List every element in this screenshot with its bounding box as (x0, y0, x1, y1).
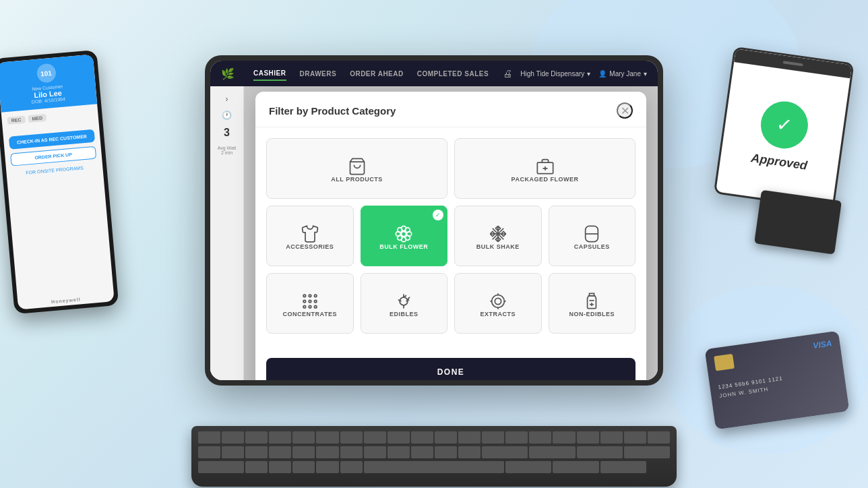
key (388, 431, 410, 444)
key (577, 431, 599, 444)
top-nav: 🌿 CASHIER DRAWERS ORDER AHEAD COMPLETED … (210, 61, 658, 86)
category-capsules[interactable]: CAPSULES (549, 206, 636, 266)
card-chip (714, 354, 735, 371)
modal-body: ALL PRODUCTS PACKAGED FLOW (255, 127, 646, 351)
key (505, 461, 551, 473)
shirt-icon (301, 224, 319, 243)
key (198, 461, 244, 473)
queue-count: 3 (224, 127, 230, 139)
key (600, 461, 646, 473)
key (198, 446, 220, 458)
active-checkmark-icon: ✓ (433, 210, 443, 220)
key (269, 446, 291, 458)
approved-circle: ✓ (757, 98, 811, 151)
key (198, 431, 220, 444)
bag-icon (348, 157, 367, 176)
tablet: 🌿 CASHIER DRAWERS ORDER AHEAD COMPLETED … (205, 55, 663, 433)
user-chevron-icon: ▾ (644, 70, 647, 78)
category-bulk-shake[interactable]: BULK SHAKE (454, 206, 542, 266)
bottom-category-row: CONCENTRATES (266, 273, 636, 334)
key (269, 431, 291, 444)
svg-point-18 (314, 305, 317, 308)
key (529, 446, 575, 458)
key (388, 446, 410, 458)
category-concentrates[interactable]: CONCENTRATES (266, 273, 354, 334)
svg-point-10 (303, 295, 306, 297)
bulk-flower-label: BULK FLOWER (379, 243, 428, 250)
phone-badge: 101 (36, 63, 56, 83)
chevron-right-icon[interactable]: › (226, 94, 228, 104)
svg-point-20 (495, 298, 501, 304)
key (316, 446, 338, 458)
category-all-products[interactable]: ALL PRODUCTS (266, 138, 447, 199)
svg-point-11 (309, 295, 311, 297)
key (458, 431, 480, 444)
key (364, 446, 386, 458)
category-non-edibles[interactable]: NON-EDIBLES (549, 273, 636, 334)
bottle-icon (582, 292, 601, 311)
side-panel: › 🕐 3 Avg Wait 2 min (210, 86, 244, 380)
capsule-icon (582, 224, 601, 243)
packaged-flower-label: PACKAGED FLOWER (512, 176, 579, 183)
nav-logo: 🌿 (221, 67, 235, 80)
key (245, 446, 268, 458)
filter-modal: Filter by Product Category ✕ (255, 92, 646, 380)
svg-point-17 (309, 305, 311, 308)
user-icon: 👤 (598, 70, 607, 78)
candy-icon (394, 292, 413, 311)
key (292, 446, 315, 458)
key (340, 446, 363, 458)
key (624, 431, 646, 444)
spacebar-key (364, 461, 505, 473)
non-edibles-label: NON-EDIBLES (569, 311, 615, 317)
key (435, 431, 457, 444)
med-tag: REC (7, 116, 26, 125)
nav-completed-sales[interactable]: COMPLETED SALES (417, 67, 489, 80)
extracts-label: EXTRACTS (480, 311, 516, 317)
key (340, 431, 363, 444)
key (529, 431, 551, 444)
key (482, 431, 504, 444)
snowflake-icon (489, 224, 507, 243)
key (292, 461, 315, 473)
done-button[interactable]: DONE (266, 358, 636, 380)
svg-point-14 (309, 300, 311, 303)
nav-user[interactable]: 👤 Mary Jane ▾ (598, 70, 647, 78)
modal-close-button[interactable]: ✕ (617, 102, 633, 119)
check-in-button[interactable]: CHECK-IN AS REC CUSTOMER (9, 129, 95, 150)
key (316, 431, 338, 444)
category-edibles[interactable]: EDIBLES (361, 273, 448, 334)
category-extracts[interactable]: EXTRACTS (454, 273, 542, 334)
modal-title: Filter by Product Category (269, 105, 396, 117)
category-accessories[interactable]: ACCESSORIES (266, 206, 354, 266)
key (411, 446, 433, 458)
key (505, 431, 528, 444)
svg-point-16 (303, 305, 306, 308)
pos-screen-content: ✓ Approved (735, 65, 831, 205)
extracts-icon (489, 292, 507, 311)
nav-drawers[interactable]: DRAWERS (300, 67, 337, 80)
key (624, 446, 670, 458)
key (292, 431, 315, 444)
printer-icon[interactable]: 🖨 (503, 68, 512, 79)
key (435, 446, 457, 458)
modal-footer: DONE (255, 351, 646, 380)
key (340, 461, 363, 473)
nav-cashier[interactable]: CASHIER (253, 67, 286, 81)
key (222, 431, 244, 444)
concentrates-icon (301, 292, 319, 311)
key (553, 431, 575, 444)
edibles-label: EDIBLES (390, 311, 418, 317)
key (245, 461, 268, 473)
flower-icon (394, 224, 413, 243)
nav-order-ahead[interactable]: ORDER AHEAD (350, 67, 404, 80)
accessories-label: ACCESSORIES (286, 243, 334, 250)
nav-store[interactable]: High Tide Dispensary ▾ (520, 70, 590, 78)
capsules-label: CAPSULES (574, 243, 610, 250)
svg-point-4 (402, 232, 406, 237)
check-icon: ✓ (775, 113, 793, 137)
category-packaged-flower[interactable]: PACKAGED FLOWER (454, 138, 636, 199)
pos-base (754, 190, 842, 255)
key (600, 431, 623, 444)
key (245, 431, 268, 444)
